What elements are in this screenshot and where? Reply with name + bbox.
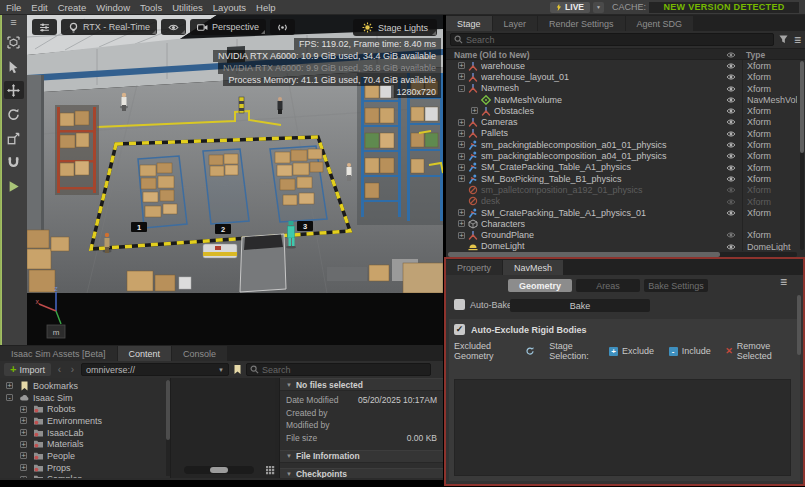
- renderer-selector[interactable]: RTX - Real-Time: [61, 19, 157, 35]
- file-grid-area[interactable]: [170, 378, 280, 478]
- import-button[interactable]: + Import: [4, 363, 51, 376]
- bookmark-icon[interactable]: [233, 364, 242, 375]
- tab-layer[interactable]: Layer: [493, 16, 538, 31]
- rotate-tool-button[interactable]: [4, 105, 24, 123]
- expand-icon[interactable]: [458, 220, 465, 227]
- tree-item-isaaclab[interactable]: IsaacLab: [0, 427, 170, 439]
- stage-row[interactable]: PalletsXform: [446, 128, 805, 139]
- visibility-eye-icon[interactable]: [726, 73, 736, 81]
- stage-column-header[interactable]: Name (Old to New) Type: [446, 48, 805, 60]
- tab-property[interactable]: Property: [446, 260, 502, 275]
- content-search-input[interactable]: [262, 365, 430, 375]
- stage-row[interactable]: deskXform: [446, 196, 805, 207]
- menu-tools[interactable]: Tools: [140, 2, 162, 13]
- axis-gizmo[interactable]: z x m: [32, 285, 80, 339]
- expand-icon[interactable]: [458, 232, 465, 239]
- viewport-settings-button[interactable]: [32, 19, 57, 35]
- expand-icon[interactable]: [471, 107, 478, 114]
- expand-icon[interactable]: [20, 464, 27, 471]
- cursor-tool-button[interactable]: [4, 57, 24, 75]
- expand-icon[interactable]: [20, 417, 27, 424]
- tab-navmesh[interactable]: NavMesh: [503, 260, 563, 275]
- select-mode-button[interactable]: [4, 33, 24, 51]
- expand-icon[interactable]: [20, 441, 27, 448]
- stage-row[interactable]: NavMeshVolumeNavMeshVolume: [446, 94, 805, 105]
- slider-handle[interactable]: [210, 467, 228, 473]
- tree-item-bookmarks[interactable]: Bookmarks: [0, 380, 170, 392]
- visibility-eye-icon[interactable]: [726, 175, 736, 183]
- visibility-eye-icon[interactable]: [726, 118, 736, 126]
- move-tool-button[interactable]: [4, 81, 24, 99]
- stage-row[interactable]: GroundPlaneXform: [446, 229, 805, 240]
- column-name[interactable]: Name (Old to New): [454, 50, 530, 60]
- visibility-eye-icon[interactable]: [726, 209, 736, 217]
- geometry-mode-button[interactable]: Geometry: [508, 279, 572, 292]
- scale-tool-button[interactable]: [4, 129, 24, 147]
- tab-stage[interactable]: Stage: [446, 16, 492, 31]
- tree-item-isaac-sim[interactable]: Isaac Sim: [0, 392, 170, 404]
- stage-row[interactable]: CamerasXform: [446, 116, 805, 127]
- visibility-eye-icon[interactable]: [726, 243, 736, 251]
- menu-create[interactable]: Create: [58, 2, 87, 13]
- path-dropdown-icon[interactable]: ▼: [218, 367, 224, 373]
- back-button[interactable]: ‹: [55, 364, 64, 375]
- stage-row[interactable]: SM_CratePacking_Table_A1_physicsXform: [446, 162, 805, 173]
- visibility-eye-icon[interactable]: [726, 141, 736, 149]
- snap-tool-button[interactable]: [4, 153, 24, 171]
- tab-content[interactable]: Content: [118, 346, 172, 361]
- include-minus-icon[interactable]: [669, 347, 678, 356]
- stage-row[interactable]: NavmeshXform: [446, 83, 805, 94]
- menu-utilities[interactable]: Utilities: [172, 2, 203, 13]
- areas-mode-button[interactable]: Areas: [576, 279, 640, 292]
- expand-icon[interactable]: [20, 429, 27, 436]
- expand-icon[interactable]: [20, 476, 27, 478]
- live-button[interactable]: LIVE: [550, 2, 590, 13]
- stage-row[interactable]: sm_palletcomposition_a192_01_physicsXfor…: [446, 184, 805, 195]
- auto-exclude-checkbox[interactable]: [454, 324, 465, 335]
- camera-selector[interactable]: Perspective: [190, 19, 266, 35]
- tree-item-materials[interactable]: Materials: [0, 438, 170, 450]
- path-field[interactable]: ▼: [81, 363, 229, 376]
- expand-icon[interactable]: [20, 452, 27, 459]
- visibility-eye-icon[interactable]: [726, 107, 736, 115]
- exclude-button[interactable]: Exclude: [622, 346, 654, 356]
- expand-icon[interactable]: [458, 73, 465, 80]
- tree-item-environments[interactable]: Environments: [0, 415, 170, 427]
- tree-item-people[interactable]: People: [0, 450, 170, 462]
- column-type[interactable]: Type: [746, 50, 765, 60]
- stage-row[interactable]: warehouse_layout_01Xform: [446, 71, 805, 82]
- tree-item-props[interactable]: Props: [0, 462, 170, 474]
- visibility-eye-icon[interactable]: [726, 164, 736, 172]
- stage-row[interactable]: ObstaclesXform: [446, 105, 805, 116]
- remove-selected-button[interactable]: Remove Selected: [737, 341, 795, 361]
- expand-icon[interactable]: [458, 141, 465, 148]
- tab-agent-sdg[interactable]: Agent SDG: [626, 16, 694, 31]
- viewport[interactable]: 1 2 3: [27, 15, 443, 345]
- refresh-icon[interactable]: [525, 346, 535, 356]
- visibility-eye-icon[interactable]: [726, 62, 736, 70]
- navmesh-scrollbar[interactable]: [797, 295, 801, 355]
- stage-vertical-scrollbar[interactable]: [800, 61, 804, 250]
- visibility-eye-icon[interactable]: [726, 231, 736, 239]
- stage-search-box[interactable]: [450, 33, 774, 46]
- stage-row[interactable]: Characters: [446, 218, 805, 229]
- path-input[interactable]: [86, 365, 218, 375]
- visibility-eye-icon[interactable]: [726, 130, 736, 138]
- stage-row[interactable]: DomeLightDomeLight: [446, 241, 805, 251]
- stage-row[interactable]: warehouseXform: [446, 60, 805, 71]
- stage-lights-button[interactable]: Stage Lights: [353, 19, 437, 36]
- filter-icon[interactable]: [779, 35, 789, 44]
- grid-view-icon[interactable]: [265, 465, 275, 475]
- stage-row[interactable]: SM_BoxPicking_Table_B1_physicsXform: [446, 173, 805, 184]
- exclude-plus-icon[interactable]: [609, 347, 618, 356]
- stage-options-icon[interactable]: ≡: [794, 35, 801, 45]
- tab-console[interactable]: Console: [172, 346, 227, 361]
- menu-layouts[interactable]: Layouts: [213, 2, 246, 13]
- play-button[interactable]: [4, 177, 24, 195]
- expand-icon[interactable]: [458, 130, 465, 137]
- bake-settings-mode-button[interactable]: Bake Settings: [644, 279, 708, 292]
- toolbar-menu-icon[interactable]: ≡: [4, 17, 24, 27]
- menu-window[interactable]: Window: [96, 2, 130, 13]
- file-grid-scrollbar[interactable]: [275, 378, 279, 478]
- audio-button[interactable]: [270, 19, 295, 35]
